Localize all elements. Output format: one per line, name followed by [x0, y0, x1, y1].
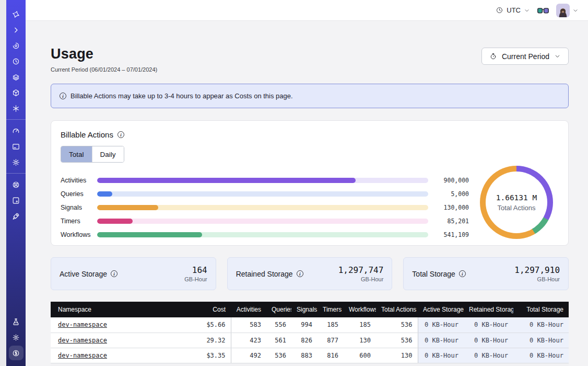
total-actions-donut: 1.66131 M Total Actions: [480, 166, 553, 239]
chevron-down-icon: [524, 7, 530, 14]
page-title: Usage: [51, 46, 157, 62]
collapse-chevron-icon[interactable]: [6, 22, 26, 38]
retained-storage-card: Retained Storagei 1,297,747GB-Hour: [227, 257, 393, 290]
labs-flask-icon[interactable]: [6, 314, 26, 329]
namespaces-icon[interactable]: [6, 38, 26, 53]
billable-actions-title: Billable Actions: [61, 130, 113, 139]
chevron-down-icon: [572, 7, 579, 14]
clock-icon: [496, 6, 503, 14]
sidebar-divider: [6, 173, 26, 174]
web-ui-window-icon[interactable]: [6, 139, 26, 154]
billable-bar-chart: Activities 900,000 Queries 5,000 Signals…: [61, 174, 469, 242]
left-gutter: [0, 0, 6, 366]
stopwatch-icon: [489, 52, 497, 60]
bar-row-timers: Timers 85,201: [61, 214, 469, 228]
table-row: dev-namespace $3.35 492 536 883 816 600 …: [51, 348, 569, 363]
deployments-cube-icon[interactable]: [6, 85, 26, 100]
namespace-link[interactable]: dev-namespace: [58, 337, 107, 344]
namespace-usage-table: Namespace Cost Activities Queries Signal…: [51, 302, 569, 366]
info-icon[interactable]: i: [117, 131, 124, 138]
table-row: dev-namespace 29.32 423 561 826 877 130 …: [51, 333, 569, 348]
getting-started-rocket-icon[interactable]: [6, 208, 26, 224]
schedules-icon[interactable]: [6, 53, 26, 69]
current-period-dropdown[interactable]: Current Period: [481, 48, 569, 65]
total-storage-card: Total Storagei 1,297,910GB-Hour: [403, 257, 569, 290]
info-icon[interactable]: i: [297, 270, 303, 277]
total-actions-value: 1.66131 M: [496, 193, 537, 202]
settings-gear-icon[interactable]: [6, 154, 26, 170]
banner-text: Billable Actions may take up to 3-4 hour…: [70, 92, 293, 100]
bar-row-queries: Queries 5,000: [61, 187, 469, 201]
active-storage-card: Active Storagei 164GB-Hour: [51, 257, 216, 290]
billable-actions-card: Billable Actions i Total Daily Activitie…: [51, 120, 569, 246]
dev-mode-glasses-icon[interactable]: [537, 7, 549, 14]
account-menu[interactable]: [556, 4, 579, 17]
tab-total[interactable]: Total: [61, 146, 92, 162]
info-icon[interactable]: i: [111, 270, 117, 277]
namespace-link[interactable]: dev-namespace: [58, 321, 107, 328]
next-row-peek: [51, 363, 569, 366]
total-daily-toggle: Total Daily: [61, 146, 124, 163]
nexus-asterisk-icon[interactable]: [6, 100, 26, 116]
info-banner: i Billable Actions may take up to 3-4 ho…: [51, 84, 569, 108]
table-row: dev-namespace $5.66 583 556 994 185 185 …: [51, 317, 569, 333]
bar-row-activities: Activities 900,000: [61, 174, 469, 187]
storage-summary-row: Active Storagei 164GB-Hour Retained Stor…: [51, 257, 569, 290]
info-icon: i: [60, 93, 66, 99]
tab-daily[interactable]: Daily: [92, 146, 124, 162]
topbar: UTC: [26, 0, 588, 21]
page-subtitle: Current Period (06/01/2024 – 07/01/2024): [51, 66, 157, 73]
total-actions-label: Total Actions: [498, 204, 536, 212]
timezone-selector[interactable]: UTC: [496, 6, 530, 14]
usage-gauge-icon[interactable]: [6, 123, 26, 139]
bar-row-workflows: Workflows 541,109: [61, 228, 469, 242]
main-content: Usage Current Period (06/01/2024 – 07/01…: [26, 21, 588, 366]
theme-sun-icon[interactable]: [6, 329, 26, 345]
table-header-row: Namespace Cost Activities Queries Signal…: [51, 302, 569, 317]
billing-dollar-icon[interactable]: [9, 346, 23, 360]
timezone-label: UTC: [507, 6, 521, 14]
stack-icon[interactable]: [6, 69, 26, 85]
bar-row-signals: Signals 130,000: [61, 201, 469, 214]
info-icon[interactable]: i: [459, 270, 466, 277]
chevron-down-icon: [554, 53, 561, 60]
sidebar-divider: [6, 119, 26, 120]
namespace-link[interactable]: dev-namespace: [58, 352, 107, 359]
feedback-icon[interactable]: [6, 192, 26, 208]
sidebar: [6, 0, 26, 366]
support-icon[interactable]: [6, 177, 26, 192]
temporal-logo-icon: [6, 6, 26, 22]
avatar: [556, 4, 570, 17]
